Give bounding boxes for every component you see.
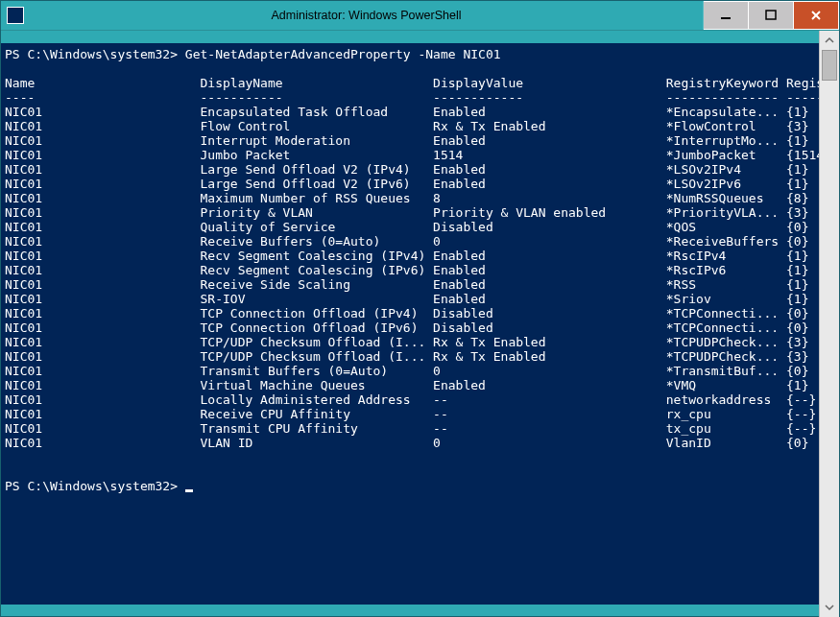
app-icon	[1, 1, 30, 30]
svg-rect-1	[766, 11, 776, 19]
scroll-up-button[interactable]	[820, 31, 839, 50]
cursor	[185, 489, 193, 492]
powershell-window: Administrator: Windows PowerShell PS C:\…	[0, 0, 840, 617]
chevron-down-icon	[825, 603, 834, 612]
svg-rect-0	[721, 17, 731, 19]
window-title: Administrator: Windows PowerShell	[30, 1, 703, 30]
minimize-button[interactable]	[704, 1, 749, 30]
close-icon	[810, 10, 822, 21]
maximize-button[interactable]	[749, 1, 794, 30]
close-button[interactable]	[794, 1, 839, 30]
scroll-track[interactable]	[820, 50, 839, 598]
minimize-icon	[720, 10, 732, 21]
terminal-output[interactable]: PS C:\Windows\system32> Get-NetAdapterAd…	[1, 43, 819, 605]
chevron-up-icon	[825, 36, 834, 45]
titlebar[interactable]: Administrator: Windows PowerShell	[1, 1, 839, 31]
powershell-icon	[7, 7, 24, 24]
client-area: PS C:\Windows\system32> Get-NetAdapterAd…	[1, 31, 839, 617]
maximize-icon	[765, 10, 777, 21]
scroll-down-button[interactable]	[820, 598, 839, 617]
scroll-thumb[interactable]	[822, 50, 837, 81]
vertical-scrollbar[interactable]	[819, 31, 839, 617]
window-control-group	[703, 1, 839, 30]
